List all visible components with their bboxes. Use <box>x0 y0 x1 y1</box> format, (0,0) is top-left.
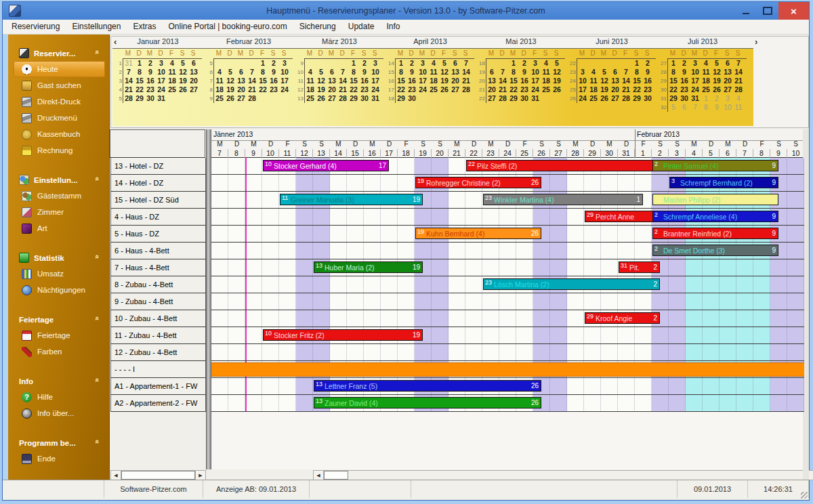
calendar-day[interactable]: 4 <box>428 59 439 68</box>
calendar-day[interactable]: 15 <box>668 77 679 85</box>
calendar-day[interactable]: 9 <box>711 103 722 112</box>
calendar-next-arrow[interactable]: › <box>755 37 757 47</box>
calendar-day[interactable]: 18 <box>541 77 551 85</box>
calendar-day[interactable]: 3 <box>279 59 290 68</box>
gantt-row[interactable]: 19Rohregger Christine (2)263Schrempf Ber… <box>211 175 804 192</box>
collapse-chevron-icon[interactable]: « <box>93 316 102 320</box>
minimize-button[interactable] <box>735 2 757 20</box>
calendar-day[interactable]: 1 <box>134 59 145 68</box>
calendar-day[interactable]: 13 <box>188 68 199 77</box>
gantt-row[interactable] <box>211 344 804 361</box>
reservation-bar[interactable]: 31Pit.2 <box>619 261 660 273</box>
calendar-day[interactable]: 18 <box>428 77 439 85</box>
gantt-day-number[interactable]: 28 <box>567 149 584 158</box>
calendar-day[interactable]: 16 <box>359 77 370 85</box>
calendar-day[interactable]: 23 <box>268 85 279 94</box>
calendar-day[interactable]: 27 <box>236 94 247 103</box>
gantt-row[interactable]: 19Kuhn Bernhard (4)262Brantner Reinfried… <box>211 226 804 243</box>
calendar-day[interactable]: 26 <box>316 94 327 103</box>
gantt-day-number[interactable]: 16 <box>364 149 381 158</box>
gantt-day-number[interactable]: 15 <box>347 149 364 158</box>
calendar-day[interactable]: 26 <box>551 85 562 94</box>
sidebar-item-art[interactable]: Art <box>8 220 109 236</box>
gantt-day-number[interactable]: 20 <box>432 149 449 158</box>
sidebar-item-rechnung[interactable]: Rechnung <box>8 142 109 159</box>
calendar-day[interactable]: 14 <box>497 77 508 85</box>
calendar-day[interactable]: 31 <box>690 94 701 103</box>
calendar-day[interactable]: 17 <box>417 77 428 85</box>
calendar-day[interactable]: 21 <box>123 85 134 94</box>
gantt-day-number[interactable]: 2 <box>652 149 669 158</box>
reservation-bar[interactable]: 2Pinter Samuel (4)9 <box>652 160 778 171</box>
calendar-day[interactable]: 13 <box>486 77 497 85</box>
calendar-day[interactable]: 25 <box>214 94 225 103</box>
calendar-day[interactable]: 29 <box>396 94 406 103</box>
calendar-day[interactable]: 13 <box>450 68 461 77</box>
calendar-day[interactable]: 9 <box>268 68 279 77</box>
calendar-day[interactable]: 21 <box>337 85 348 94</box>
calendar-day[interactable]: 9 <box>519 68 530 77</box>
reservation-bar[interactable]: 13Lettner Franz (5)26 <box>314 380 541 392</box>
room-gantt-divider[interactable] <box>206 129 211 469</box>
calendar-day[interactable]: 29 <box>134 94 145 103</box>
calendar-day[interactable]: 20 <box>188 77 199 85</box>
calendar-day[interactable]: 7 <box>497 68 508 77</box>
calendar-day[interactable]: 17 <box>690 77 701 85</box>
calendar-day[interactable]: 29 <box>508 94 519 103</box>
calendar-day[interactable]: 16 <box>679 77 690 85</box>
calendar-day[interactable]: 19 <box>178 77 188 85</box>
calendar-day[interactable]: 25 <box>167 85 178 94</box>
calendar-day[interactable]: 7 <box>690 103 701 112</box>
maximize-button[interactable] <box>757 2 778 20</box>
gantt-day-number[interactable]: 6 <box>720 149 736 158</box>
calendar-day[interactable]: 25 <box>541 85 551 94</box>
sidebar-item-info-über[interactable]: Info über... <box>8 405 109 421</box>
calendar-day[interactable]: 20 <box>327 85 337 94</box>
calendar-day[interactable]: 24 <box>156 85 167 94</box>
reservation-bar[interactable]: Masten Philipp (2) <box>652 194 778 205</box>
calendar-day[interactable]: 30 <box>359 94 370 103</box>
calendar-day[interactable]: 22 <box>348 85 359 94</box>
calendar-day[interactable]: 11 <box>588 77 599 85</box>
calendar-day[interactable]: 25 <box>428 85 439 94</box>
calendar-day[interactable]: 16 <box>268 77 279 85</box>
calendar-day[interactable]: 17 <box>530 77 541 85</box>
calendar-day[interactable]: 22 <box>134 85 145 94</box>
calendar-day[interactable]: 15 <box>348 77 359 85</box>
gantt-day-number[interactable]: 19 <box>415 149 432 158</box>
gantt-day-number[interactable]: 30 <box>601 149 618 158</box>
gantt-day-number[interactable]: 8 <box>228 149 245 158</box>
calendar-day[interactable]: 11 <box>214 77 225 85</box>
calendar-day[interactable]: 8 <box>701 103 711 112</box>
gantt-row[interactable]: 13Zauner David (4)26 <box>211 395 804 412</box>
calendar-day[interactable]: 20 <box>450 77 461 85</box>
reservation-bar[interactable]: 11Greiner Manuela (3)19 <box>280 194 423 205</box>
sidebar-item-umsatz[interactable]: Umsatz <box>8 266 109 282</box>
calendar-day[interactable]: 3 <box>577 68 588 77</box>
gantt-day-number[interactable]: 9 <box>770 149 787 158</box>
calendar-day[interactable]: 29 <box>631 94 642 103</box>
gantt-day-number[interactable]: 13 <box>313 149 330 158</box>
menu-item-extras[interactable]: Extras <box>127 20 162 34</box>
calendar-day[interactable]: 11 <box>541 68 551 77</box>
calendar-day[interactable]: 4 <box>167 59 178 68</box>
calendar-day[interactable]: 25 <box>588 94 599 103</box>
calendar-day[interactable]: 3 <box>370 59 381 68</box>
calendar-day[interactable]: 4 <box>733 94 744 103</box>
collapse-chevron-icon[interactable]: « <box>93 378 102 382</box>
calendar-day[interactable]: 7 <box>247 68 257 77</box>
gantt-day-number[interactable]: 11 <box>279 149 296 158</box>
calendar-day[interactable]: 3 <box>690 59 701 68</box>
gantt-row[interactable]: 10Stocker Fritz (2)19 <box>211 327 804 344</box>
calendar-day[interactable]: 5 <box>178 59 188 68</box>
calendar-day[interactable]: 24 <box>370 85 381 94</box>
calendar-day[interactable]: 2 <box>406 59 417 68</box>
calendar-day[interactable]: 5 <box>711 59 722 68</box>
calendar-day[interactable]: 3 <box>530 59 541 68</box>
room-row[interactable]: 12 - Zubau - 4-Bett <box>110 344 206 361</box>
calendar-day[interactable]: 9 <box>145 68 156 77</box>
reservation-bar[interactable]: 10Stocker Gerhard (4)17 <box>263 160 389 171</box>
sidebar-item-gast-suchen[interactable]: Gast suchen <box>8 77 109 93</box>
calendar-day[interactable]: 27 <box>722 85 733 94</box>
calendar-day[interactable]: 19 <box>439 77 450 85</box>
